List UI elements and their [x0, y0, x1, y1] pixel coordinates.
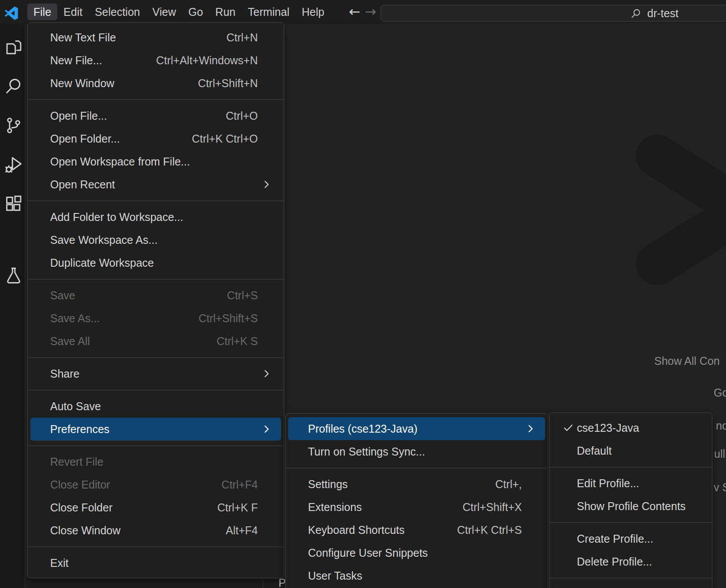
vscode-window: Show All ConGondullv SP FileEditSelectio…: [0, 0, 726, 588]
menu-item-label: Save As...: [50, 312, 198, 325]
menubar-item-view[interactable]: View: [146, 4, 182, 20]
menu-item-label: Save All: [50, 335, 216, 348]
menu-item-profiles-cse123-java[interactable]: Profiles (cse123-Java): [288, 417, 545, 440]
menu-item-shortcut: Ctrl+K S: [216, 335, 258, 348]
menu-item-extensions[interactable]: ExtensionsCtrl+Shift+X: [286, 496, 548, 518]
menu-item-label: Open Workspace from File...: [50, 155, 258, 168]
menu-item-user-tasks[interactable]: User Tasks: [286, 564, 548, 587]
menubar-item-help[interactable]: Help: [296, 4, 330, 20]
menu-item-new-text-file[interactable]: New Text FileCtrl+N: [28, 26, 284, 49]
menu-item-label: Edit Profile...: [577, 477, 686, 490]
chevron-right-icon: [264, 180, 269, 189]
menu-item-label: Close Folder: [50, 501, 217, 514]
menu-item-add-folder-to-workspace[interactable]: Add Folder to Workspace...: [28, 206, 284, 228]
activity-bar: [0, 24, 25, 588]
history-forward-icon[interactable]: →: [365, 0, 376, 24]
menu-item-close-folder[interactable]: Close FolderCtrl+K F: [28, 496, 284, 519]
menu-item-label: Add Folder to Workspace...: [50, 211, 258, 224]
extensions-icon[interactable]: [4, 194, 23, 213]
menu-item-shortcut: Ctrl+Alt+Windows+N: [156, 54, 258, 67]
menu-separator: [28, 279, 284, 279]
menu-item-label: Open Recent: [50, 178, 258, 191]
menu-separator: [28, 547, 284, 547]
title-bar: FileEditSelectionViewGoRunTerminalHelp ←…: [0, 0, 726, 24]
run-and-debug-icon[interactable]: [4, 155, 23, 175]
menu-item-shortcut: Ctrl+Shift+N: [198, 77, 258, 90]
menu-item-label: Settings: [308, 478, 495, 491]
menu-item-shortcut: Ctrl+Shift+X: [462, 501, 522, 514]
menu-item-open-file[interactable]: Open File...Ctrl+O: [28, 104, 284, 127]
source-control-icon[interactable]: [4, 116, 23, 135]
menu-item-label: Exit: [50, 557, 258, 570]
menu-item-save-as: Save As...Ctrl+Shift+S: [28, 307, 284, 330]
menu-item-shortcut: Alt+F4: [226, 524, 258, 537]
menu-item-label: Revert File: [50, 456, 258, 468]
watermark-text-fragment: ull: [714, 448, 725, 460]
menu-item-label: Default: [577, 445, 686, 457]
menubar-item-file[interactable]: File: [27, 4, 57, 20]
menu-item-label: Save Workspace As...: [50, 234, 258, 246]
menu-item-label: Profiles (cse123-Java): [308, 423, 522, 435]
menu-item-create-profile[interactable]: Create Profile...: [550, 527, 712, 550]
menu-item-shortcut: Ctrl+O: [226, 110, 258, 122]
menu-bar: FileEditSelectionViewGoRunTerminalHelp: [27, 3, 330, 21]
explorer-icon[interactable]: [4, 37, 23, 57]
menu-item-delete-profile[interactable]: Delete Profile...: [550, 550, 712, 573]
preferences-submenu: Profiles (cse123-Java)Turn on Settings S…: [285, 413, 548, 588]
menu-item-label: New Text File: [50, 31, 226, 44]
menu-item-new-window[interactable]: New WindowCtrl+Shift+N: [28, 72, 284, 95]
menu-item-settings[interactable]: SettingsCtrl+,: [286, 473, 548, 496]
menu-item-open-folder[interactable]: Open Folder...Ctrl+K Ctrl+O: [28, 127, 284, 150]
menu-item-turn-on-settings-sync[interactable]: Turn on Settings Sync...: [286, 440, 548, 463]
chevron-right-icon: [528, 425, 533, 433]
testing-icon[interactable]: [4, 266, 23, 285]
profiles-submenu: cse123-JavaDefaultEdit Profile...Show Pr…: [549, 412, 712, 588]
menu-item-configure-user-snippets[interactable]: Configure User Snippets: [286, 541, 548, 564]
menu-item-share[interactable]: Share: [28, 362, 284, 385]
menu-item-label: Create Profile...: [577, 533, 686, 545]
menubar-item-edit[interactable]: Edit: [57, 4, 88, 20]
menu-item-close-window[interactable]: Close WindowAlt+F4: [28, 519, 284, 542]
menu-item-open-recent[interactable]: Open Recent: [28, 173, 284, 196]
menu-item-keyboard-shortcuts[interactable]: Keyboard ShortcutsCtrl+K Ctrl+S: [286, 518, 548, 541]
menu-item-shortcut: Ctrl+K Ctrl+S: [457, 524, 522, 537]
menu-item-label: Show Profile Contents: [577, 500, 686, 513]
menu-item-label: Auto Save: [50, 400, 258, 413]
menubar-item-selection[interactable]: Selection: [88, 4, 146, 20]
history-back-icon[interactable]: ←: [349, 0, 360, 24]
menu-item-open-workspace-from-file[interactable]: Open Workspace from File...: [28, 150, 284, 173]
checkmark-icon: [564, 424, 573, 432]
menu-item-label: Keyboard Shortcuts: [308, 524, 457, 537]
menu-item-shortcut: Ctrl+K Ctrl+O: [192, 132, 258, 145]
menu-item-revert-file: Revert File: [28, 450, 284, 473]
menu-item-label: New File...: [50, 54, 156, 67]
menu-item-new-file[interactable]: New File...Ctrl+Alt+Windows+N: [28, 49, 284, 72]
menubar-item-run[interactable]: Run: [209, 4, 242, 20]
menu-item-duplicate-workspace[interactable]: Duplicate Workspace: [28, 251, 284, 274]
menu-item-default[interactable]: Default: [550, 439, 712, 462]
menu-item-label: cse123-Java: [577, 422, 686, 434]
vscode-logo-icon: [4, 6, 19, 20]
panel-divider-line: [263, 578, 263, 588]
menu-item-label: Turn on Settings Sync...: [308, 445, 522, 458]
command-center[interactable]: dr-test: [381, 5, 726, 22]
menu-item-edit-profile[interactable]: Edit Profile...: [550, 472, 712, 495]
menu-item-label: Open Folder...: [50, 132, 192, 145]
menu-item-show-profile-contents[interactable]: Show Profile Contents: [550, 495, 712, 518]
search-icon: [630, 8, 642, 21]
menu-item-cse123-java[interactable]: cse123-Java: [550, 416, 712, 439]
menu-item-preferences[interactable]: Preferences: [30, 418, 281, 441]
menu-item-exit[interactable]: Exit: [28, 551, 284, 574]
menu-item-auto-save[interactable]: Auto Save: [28, 395, 284, 418]
menu-item-shortcut: Ctrl+Shift+S: [198, 312, 258, 325]
search-sidebar-icon[interactable]: [4, 77, 23, 96]
menu-item-save-workspace-as[interactable]: Save Workspace As...: [28, 228, 284, 251]
menu-item-shortcut: Ctrl+F4: [221, 478, 258, 491]
menu-item-label: Configure User Snippets: [308, 547, 522, 559]
menu-separator: [28, 357, 284, 358]
menubar-item-terminal[interactable]: Terminal: [242, 4, 295, 20]
menubar-item-go[interactable]: Go: [182, 4, 209, 20]
menu-item-label: Open File...: [50, 110, 226, 122]
menu-separator: [286, 468, 548, 468]
watermark-text-fragment: nd: [716, 419, 726, 432]
